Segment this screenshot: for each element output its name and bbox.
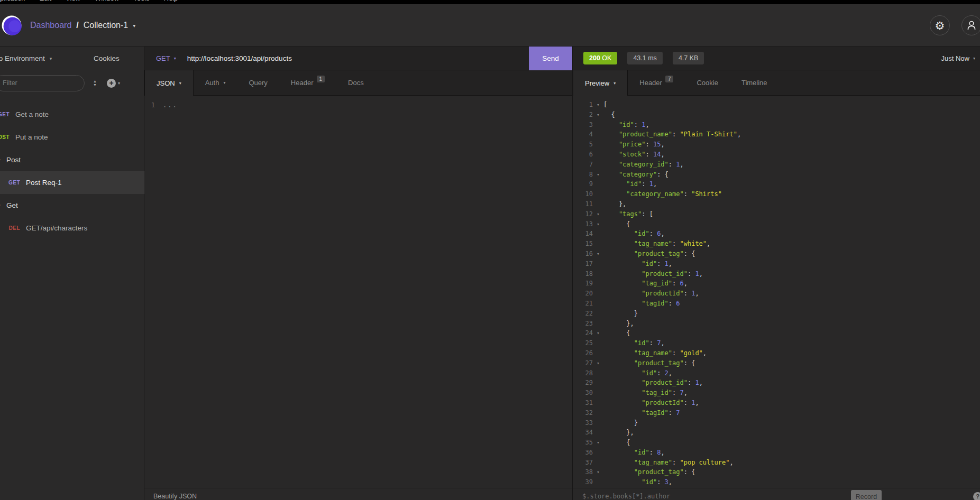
fold-spacer [593, 338, 603, 348]
code-token: , [653, 179, 657, 189]
folder-caret-icon[interactable]: ▾ [0, 158, 4, 163]
sidebar-request[interactable]: GETPost Req-1 [0, 171, 144, 194]
fold-caret-icon[interactable]: ▾ [593, 249, 603, 259]
code-token: { [603, 219, 630, 229]
line-number: 8 [573, 170, 593, 180]
code-token: 1 [695, 378, 699, 388]
line-number: 26 [573, 348, 593, 358]
response-filter-input[interactable]: $.store.books[*].author [582, 493, 670, 500]
environment-dropdown[interactable]: No Environment ▾ [0, 54, 52, 62]
fold-caret-icon[interactable]: ▾ [593, 170, 603, 180]
sidebar-request[interactable]: POSTPut a note [0, 126, 144, 149]
url-input[interactable]: http://localhost:3001/api/products [187, 54, 572, 62]
fold-caret-icon[interactable]: ▾ [593, 467, 603, 477]
sidebar-folder[interactable]: ▾Get [0, 194, 144, 217]
breadcrumb-dashboard[interactable]: Dashboard [30, 21, 71, 30]
code-line: 26 "tag_name": "gold", [573, 348, 980, 358]
tab-docs[interactable]: Docs [336, 70, 375, 95]
folder-caret-icon[interactable]: ▾ [0, 203, 4, 208]
menu-item[interactable]: Tools [133, 0, 149, 4]
code-token: , [684, 388, 688, 398]
code-token: , [699, 378, 703, 388]
help-icon[interactable]: ? [973, 492, 980, 500]
sidebar-folder[interactable]: ▾Post [0, 149, 144, 171]
line-number: 13 [573, 219, 593, 229]
sidebar-request[interactable]: DELGET/api/characters [0, 217, 144, 239]
line-number: 2 [573, 110, 593, 120]
tab-timeline[interactable]: Timeline [730, 70, 779, 95]
sidebar-filter-input[interactable] [0, 75, 85, 91]
fold-caret-icon[interactable]: ▾ [593, 219, 603, 229]
code-token: : [657, 259, 664, 269]
menu-item[interactable]: Edit [40, 0, 51, 4]
fold-caret-icon[interactable]: ▾ [593, 100, 603, 110]
line-number: 21 [573, 299, 593, 309]
tab-json[interactable]: JSON▾ [144, 70, 194, 96]
breadcrumb-collection[interactable]: Collection-1 [84, 21, 128, 30]
code-token: , [661, 448, 664, 458]
cookies-button[interactable]: Cookies [94, 54, 120, 62]
send-button[interactable]: Send [529, 47, 572, 70]
sort-down-icon: ▼ [93, 83, 97, 87]
tab-cookie[interactable]: Cookie [685, 70, 729, 95]
method-label: GET [156, 54, 170, 62]
fold-caret-icon[interactable]: ▾ [593, 110, 603, 120]
code-token: : { [684, 467, 695, 477]
tab-header[interactable]: Header1 [279, 70, 336, 95]
menu-item[interactable]: Window [95, 0, 119, 4]
add-request-button[interactable]: + ▾ [107, 79, 120, 88]
sort-up-icon: ▲ [93, 79, 97, 83]
tab-query[interactable]: Query [237, 70, 279, 95]
code-token: "id" [603, 368, 657, 378]
tab-preview[interactable]: Preview▾ [573, 70, 628, 96]
fold-caret-icon[interactable]: ▾ [593, 358, 603, 368]
code-token: }, [603, 199, 626, 209]
response-history-dropdown[interactable]: Just Now ▾ [941, 54, 975, 62]
code-token: 8 [657, 448, 661, 458]
code-token: : [649, 448, 657, 458]
fold-spacer [593, 289, 603, 299]
code-token: "Plain T-Shirt" [680, 129, 737, 140]
chevron-down-icon: ▾ [179, 81, 181, 86]
fold-caret-icon[interactable]: ▾ [593, 438, 603, 448]
code-token: "tagId" [603, 408, 668, 418]
response-bottom-bar: $.store.books[*].author Record ? [573, 488, 980, 500]
code-token: : [684, 398, 691, 408]
code-token: "id" [603, 259, 657, 269]
line-number: 33 [573, 418, 593, 428]
code-token: : [672, 239, 680, 249]
beautify-json-button[interactable]: Beautify JSON [153, 493, 197, 500]
code-token: 3 [665, 477, 668, 487]
line-number: 17 [573, 259, 593, 269]
code-token: 1 [691, 398, 695, 408]
code-token: 15 [653, 140, 661, 150]
code-token: , [729, 458, 733, 468]
line-number: 6 [573, 150, 593, 160]
record-button[interactable]: Record [851, 490, 882, 500]
user-icon [966, 20, 977, 31]
fold-caret-icon[interactable]: ▾ [593, 328, 603, 338]
line-number: 18 [573, 269, 593, 279]
tab-auth[interactable]: Auth▾ [194, 70, 237, 95]
menu-item[interactable]: View [66, 0, 80, 4]
tab-header[interactable]: Header7 [628, 70, 685, 95]
settings-button[interactable]: ⚙ [930, 15, 950, 35]
chevron-down-icon[interactable]: ▾ [133, 23, 135, 29]
method-dropdown[interactable]: GET ▾ [156, 54, 176, 62]
menu-item[interactable]: Help [164, 0, 178, 4]
code-line: 1▾[ [573, 100, 980, 110]
code-token: { [603, 438, 630, 448]
line-number: 32 [573, 408, 593, 418]
request-body-editor[interactable]: 1 ... [144, 96, 572, 109]
account-button[interactable] [961, 15, 980, 35]
menu-item[interactable]: Application [0, 0, 25, 4]
code-token: : [668, 160, 676, 170]
code-token: "Shirts" [691, 189, 722, 199]
sort-button[interactable]: ▲ ▼ [93, 79, 97, 87]
fold-caret-icon[interactable]: ▾ [593, 209, 603, 219]
code-token: : { [657, 170, 668, 180]
insomnia-logo-icon[interactable] [2, 15, 22, 35]
sidebar-request[interactable]: GETGet a note [0, 103, 144, 126]
code-token: , [707, 239, 710, 249]
line-number: 12 [573, 209, 593, 219]
